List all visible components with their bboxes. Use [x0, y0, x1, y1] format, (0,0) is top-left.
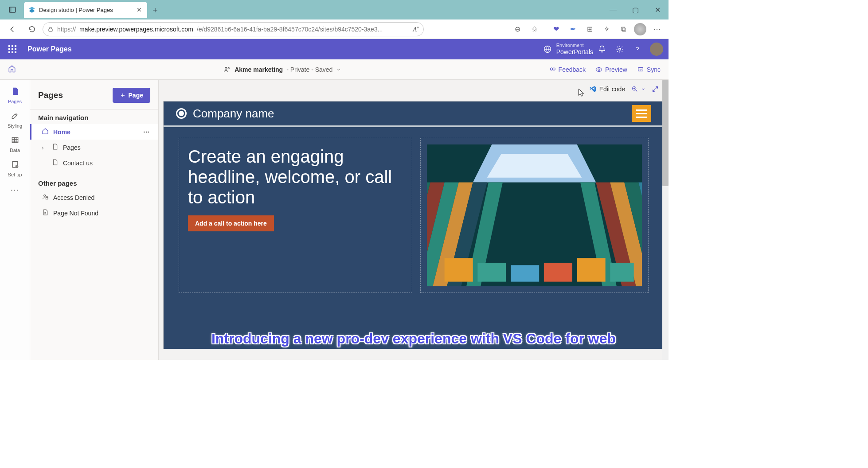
svg-rect-4 — [49, 29, 52, 31]
minimize-button[interactable]: ― — [602, 2, 624, 18]
company-name[interactable]: Company name — [193, 107, 274, 121]
divider — [545, 24, 545, 34]
page-error-icon — [42, 209, 49, 217]
item-more-button[interactable]: ⋯ — [143, 129, 150, 136]
home-icon — [42, 128, 49, 136]
site-logo — [176, 108, 187, 119]
maximize-button[interactable]: ▢ — [624, 2, 646, 18]
nav-item-access-denied[interactable]: Access Denied — [30, 190, 158, 205]
close-window-button[interactable]: ✕ — [646, 2, 669, 18]
rail-more[interactable]: ⋯ — [3, 182, 27, 199]
overlay-banner: Introducing a new pro-dev experience wit… — [164, 331, 664, 347]
extensions-icon[interactable]: ⊞ — [582, 22, 598, 36]
app-name: Power Pages — [27, 45, 72, 53]
chevron-right-icon[interactable]: › — [42, 144, 47, 151]
rail-setup[interactable]: Set up — [3, 157, 27, 180]
chevron-down-icon — [336, 67, 341, 72]
settings-button[interactable] — [611, 40, 629, 58]
svg-point-10 — [598, 69, 600, 70]
feedback-button[interactable]: Feedback — [549, 66, 586, 73]
page-icon — [51, 159, 59, 167]
hamburger-menu[interactable] — [632, 105, 651, 122]
environment-picker[interactable]: Environment PowerPortals — [556, 43, 593, 56]
notifications-button[interactable] — [593, 40, 611, 58]
subheader: Akme marketing - Private - Saved Feedbac… — [0, 59, 669, 80]
tab-close-button[interactable]: ✕ — [136, 6, 143, 13]
help-button[interactable] — [629, 40, 646, 58]
svg-rect-16 — [46, 197, 48, 199]
pages-panel: Pages ＋Page Main navigation Home ⋯ › Pag… — [30, 80, 159, 360]
section-other-pages: Other pages — [30, 175, 158, 190]
rail-pages[interactable]: Pages — [3, 84, 27, 107]
powerpages-favicon — [28, 6, 35, 13]
fullscreen-button[interactable] — [652, 86, 659, 93]
favorite-icon[interactable]: ✩ — [526, 22, 542, 36]
hero-text-block[interactable]: Create an engaging headline, welcome, or… — [179, 138, 412, 293]
svg-rect-12 — [12, 137, 18, 143]
refresh-button[interactable] — [23, 21, 41, 37]
favorites-hub-icon[interactable]: ✧ — [598, 22, 614, 36]
rail-data[interactable]: Data — [3, 133, 27, 156]
lock-icon — [47, 26, 54, 32]
hero-headline[interactable]: Create an engaging headline, welcome, or… — [188, 146, 403, 207]
expand-icon — [652, 86, 659, 93]
feather-icon[interactable]: ✒ — [565, 22, 581, 36]
edit-code-button[interactable]: Edit code — [589, 85, 625, 93]
nav-item-contact[interactable]: Contact us — [30, 155, 158, 171]
add-page-button[interactable]: ＋Page — [113, 88, 150, 103]
reader-icon[interactable]: A» — [413, 25, 419, 33]
svg-rect-11 — [638, 67, 643, 71]
browser-titlebar: Design studio | Power Pages ✕ ＋ ― ▢ ✕ — [0, 0, 669, 20]
app-launcher-button[interactable] — [5, 42, 20, 56]
back-button[interactable] — [4, 21, 21, 37]
browser-tab[interactable]: Design studio | Power Pages ✕ — [24, 2, 147, 18]
feedback-icon — [549, 66, 556, 73]
url-protocol: https:// — [57, 26, 76, 33]
cta-button[interactable]: Add a call to action here — [188, 215, 274, 231]
new-tab-button[interactable]: ＋ — [147, 2, 163, 18]
site-status: - Private - Saved — [286, 66, 332, 73]
svg-rect-32 — [445, 258, 473, 281]
user-avatar[interactable] — [650, 43, 663, 56]
zoom-button[interactable] — [631, 86, 645, 93]
cursor-icon — [576, 88, 586, 98]
env-name: PowerPortals — [556, 48, 593, 56]
globe-icon — [543, 45, 552, 54]
svg-rect-33 — [477, 263, 506, 282]
profile-button[interactable] — [632, 22, 648, 36]
nav-item-home[interactable]: Home ⋯ — [30, 124, 158, 140]
page-preview[interactable]: Company name Create an engaging headline… — [163, 101, 664, 349]
vscode-icon — [589, 85, 597, 93]
sync-button[interactable]: Sync — [637, 66, 661, 73]
plus-icon: ＋ — [120, 91, 126, 99]
design-canvas-area: Edit code Company name Create an engagin… — [159, 80, 669, 360]
nav-item-not-found[interactable]: Page Not Found — [30, 205, 158, 221]
url-host: make.preview.powerpages.microsoft.com — [79, 26, 193, 33]
preview-button[interactable]: Preview — [595, 66, 627, 73]
env-label: Environment — [556, 43, 593, 48]
section-main-navigation: Main navigation — [30, 109, 158, 124]
svg-point-9 — [550, 68, 552, 70]
people-icon — [223, 66, 231, 74]
svg-rect-34 — [511, 265, 539, 281]
rail-styling[interactable]: Styling — [3, 109, 27, 131]
svg-point-6 — [619, 48, 621, 51]
sync-icon — [637, 66, 644, 73]
more-button[interactable]: ⋯ — [649, 22, 665, 36]
shopping-icon[interactable]: ❤ — [548, 22, 564, 36]
home-button[interactable] — [8, 65, 16, 74]
zoom-icon[interactable]: ⊖ — [509, 22, 525, 36]
canvas-scrollbar[interactable] — [662, 80, 669, 360]
url-field[interactable]: https://make.preview.powerpages.microsof… — [43, 22, 424, 36]
site-selector[interactable]: Akme marketing - Private - Saved — [223, 66, 341, 74]
hero-image-block[interactable] — [420, 138, 649, 293]
scroll-thumb[interactable] — [662, 80, 669, 186]
hero-image — [427, 144, 642, 286]
collections-icon[interactable]: ⧉ — [615, 22, 631, 36]
site-name: Akme marketing — [235, 66, 283, 73]
person-lock-icon — [42, 193, 49, 202]
nav-item-pages[interactable]: › Pages — [30, 140, 158, 155]
svg-rect-35 — [544, 263, 572, 282]
page-icon — [51, 143, 59, 152]
tab-actions-button[interactable] — [4, 2, 21, 18]
